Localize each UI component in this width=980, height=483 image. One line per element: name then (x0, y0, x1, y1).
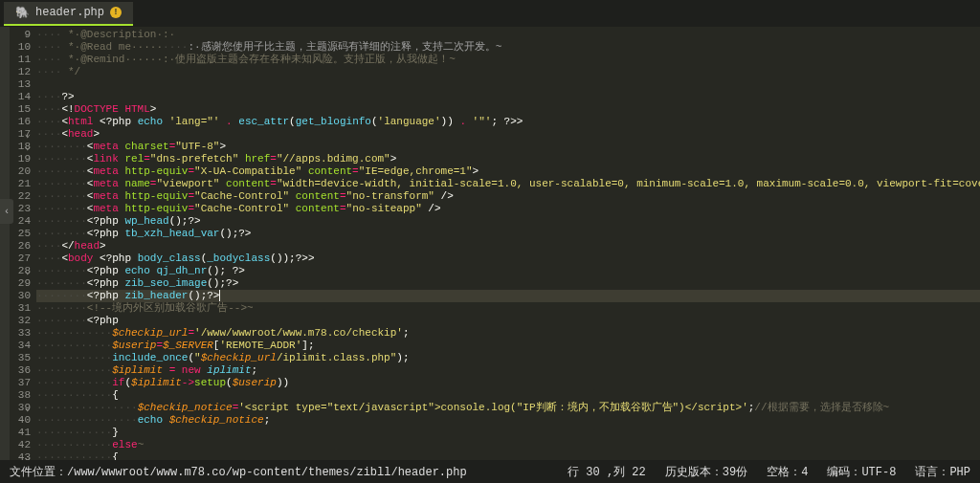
code-line[interactable]: ········<?php wp_head();?> (36, 215, 980, 228)
line-number: 15 (10, 103, 36, 116)
warning-icon: ! (110, 7, 122, 18)
code-line[interactable]: ········<meta charset="UTF-8"> (36, 141, 980, 153)
text-cursor (219, 290, 220, 301)
line-number: 27 ⌄ (10, 252, 36, 265)
code-line[interactable]: ········<!--境内外区别加载谷歌广告-->~ (36, 302, 980, 315)
code-line[interactable]: ············include_once("$checkip_url/i… (36, 352, 980, 364)
line-number: 17 ⌄ (10, 128, 36, 141)
code-line[interactable]: ············$checkip_url='/www/wwwroot/w… (36, 327, 980, 340)
code-line[interactable]: ········<?php tb_xzh_head_var();?> (36, 228, 980, 240)
code-line[interactable]: ············else~ (36, 439, 980, 451)
line-number: 31 (10, 302, 36, 315)
code-line[interactable]: ········<meta http-equiv="X-UA-Compatibl… (36, 165, 980, 178)
status-indent[interactable]: 空格：4 (767, 464, 808, 480)
code-line[interactable]: ········<meta http-equiv="Cache-Control"… (36, 203, 980, 215)
code-line[interactable]: ········<?php (36, 315, 980, 327)
status-language[interactable]: 语言：PHP (915, 464, 970, 480)
code-line[interactable]: ···· *·@Remind······:·使用盗版主题会存在各种未知风险。支持… (36, 54, 980, 66)
code-line[interactable]: ················echo $checkip_notice; (36, 414, 980, 427)
line-number: 38 ⌄ (10, 389, 36, 402)
line-number: 24 (10, 215, 36, 228)
code-line[interactable]: ············$userip=$_SERVER['REMOTE_ADD… (36, 340, 980, 352)
line-number: 34 (10, 340, 36, 352)
status-filepath: 文件位置：/www/wwwroot/www.m78.co/wp-content/… (10, 464, 548, 480)
code-line[interactable]: ···· *·@Read me·········:·感谢您使用子比主题，主题源码… (36, 41, 980, 54)
line-number: 35 (10, 352, 36, 364)
code-line[interactable] (36, 78, 980, 91)
code-line[interactable]: ············{ (36, 389, 980, 402)
line-number: 29 (10, 277, 36, 290)
line-number: 28 (10, 265, 36, 277)
php-file-icon: 🐘 (15, 6, 30, 20)
line-number: 30 (10, 290, 36, 302)
code-line[interactable]: ········<link rel="dns-prefetch" href="/… (36, 153, 980, 165)
status-history[interactable]: 历史版本：39份 (665, 464, 747, 480)
code-line[interactable]: ····</head> (36, 240, 980, 252)
code-line[interactable]: ········<meta name="viewport" content="w… (36, 178, 980, 190)
code-line[interactable]: ····<html <?php echo 'lang="' . esc_attr… (36, 116, 980, 128)
line-number: 26 (10, 240, 36, 252)
line-number: 36 (10, 364, 36, 377)
line-number: 11 (10, 54, 36, 66)
code-line[interactable]: ····<head> (36, 128, 980, 141)
tab-bar: 🐘 header.php ! (0, 0, 980, 27)
line-number: 39 (10, 402, 36, 414)
code-line[interactable]: ········<?php echo qj_dh_nr(); ?> (36, 265, 980, 277)
line-number: 12 (10, 66, 36, 78)
line-number: 18 (10, 141, 36, 153)
code-line[interactable]: ············{ (36, 451, 980, 460)
code-line[interactable]: ········<?php zib_seo_image();?> (36, 277, 980, 290)
code-line[interactable]: ···· */ (36, 66, 980, 78)
line-number: 9 (10, 29, 36, 41)
line-number: 42 ⌄ (10, 439, 36, 451)
gutter-background (0, 27, 10, 460)
line-number: 41 (10, 427, 36, 439)
code-line[interactable]: ····<!DOCTYPE HTML> (36, 103, 980, 116)
sidebar-expand-handle[interactable]: ‹ (0, 199, 13, 224)
line-number: 21 (10, 178, 36, 190)
line-number: 33 (10, 327, 36, 340)
code-line[interactable]: ············} (36, 427, 980, 439)
code-line[interactable]: ········<?php zib_header();?> (36, 290, 980, 302)
line-number: 20 (10, 165, 36, 178)
line-number: 32 (10, 315, 36, 327)
tab-filename: header.php (35, 6, 104, 19)
tab-header-php[interactable]: 🐘 header.php ! (4, 2, 133, 26)
line-number: 40 (10, 414, 36, 427)
code-line[interactable]: ···· *·@Description·:· (36, 29, 980, 41)
code-line[interactable]: ········<meta http-equiv="Cache-Control"… (36, 190, 980, 203)
code-area[interactable]: ···· *·@Description·:····· *·@Read me···… (36, 27, 980, 460)
line-number: 23 (10, 203, 36, 215)
code-line[interactable]: ················$checkip_notice='<script… (36, 402, 980, 414)
status-encoding[interactable]: 编码：UTF-8 (827, 464, 896, 480)
code-line[interactable]: ····<body <?php body_class(_bodyclass())… (36, 252, 980, 265)
code-editor[interactable]: ‹ 910111213141516 ⌄17 ⌄18192021222324252… (0, 27, 980, 460)
line-number: 16 ⌄ (10, 116, 36, 128)
code-line[interactable]: ············if($iplimit->setup($userip)) (36, 377, 980, 389)
line-number: 37 (10, 377, 36, 389)
status-line-col[interactable]: 行 30 ,列 22 (568, 464, 646, 480)
status-bar: 文件位置：/www/wwwroot/www.m78.co/wp-content/… (0, 460, 980, 483)
line-number: 43 ⌄ (10, 451, 36, 460)
line-number: 10 (10, 41, 36, 54)
code-line[interactable]: ············$iplimit = new iplimit; (36, 364, 980, 377)
line-number: 19 (10, 153, 36, 165)
code-line[interactable]: ····?> (36, 91, 980, 103)
line-number: 22 (10, 190, 36, 203)
line-number: 25 (10, 228, 36, 240)
line-number: 14 (10, 91, 36, 103)
line-number: 13 (10, 78, 36, 91)
